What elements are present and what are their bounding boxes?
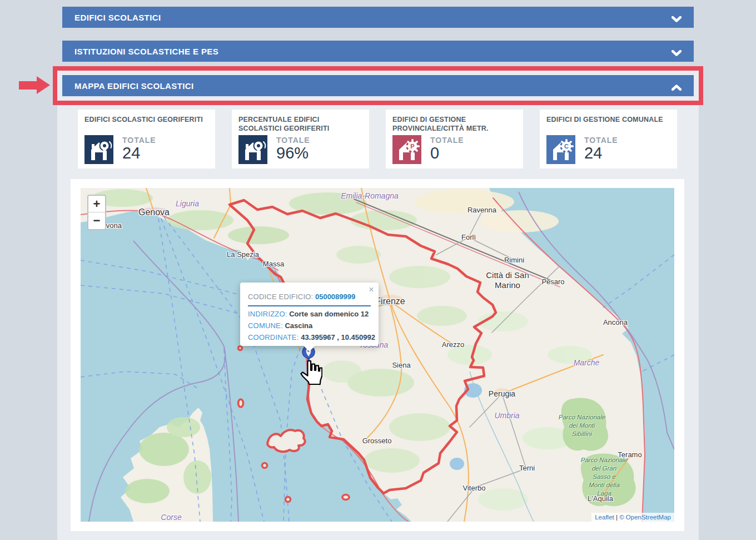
popup-coordinates-value: 43.395967 , 10.450992 <box>301 333 375 341</box>
gear-letter: C <box>564 143 569 150</box>
map-label-city: La Spezia <box>227 250 259 259</box>
map-label-region: Liguria <box>176 199 199 209</box>
popup-close-icon[interactable]: × <box>369 285 374 294</box>
map-label-region: Umbria <box>494 411 519 420</box>
zoom-in-button[interactable]: + <box>88 196 105 212</box>
total-value: 0 <box>430 145 464 161</box>
map-label-city: Siena <box>392 361 410 370</box>
popup-address-value: Corte san domenico 12 <box>289 310 369 318</box>
zoom-out-button[interactable]: − <box>88 212 105 229</box>
chevron-up-icon <box>672 83 682 93</box>
map-label-city: Massa <box>263 260 284 269</box>
total-value: 24 <box>584 145 618 161</box>
map-label-region: Corse <box>161 513 181 522</box>
map-container: GenovaSavonaLa SpeziaMassaFirenzeRavenna… <box>71 179 684 531</box>
total-label: TOTALE <box>276 136 310 145</box>
popup-coordinates-label: COORDINATE: <box>248 333 299 341</box>
map-label-city: Città di San Marino <box>477 270 538 290</box>
popup-code-label: CODICE EDIFICIO: <box>248 293 313 301</box>
map-label-city: Pesaro <box>541 278 564 286</box>
map-label-city: Forlì <box>461 233 476 242</box>
map-label-city: Viterbo <box>463 484 486 493</box>
attribution-separator: | <box>614 514 619 521</box>
stat-card-title: EDIFICI DI GESTIONE PROVINCIALE/CITTÀ ME… <box>392 115 516 134</box>
highlight-box: MAPPA EDIFICI SCOLASTICI <box>53 66 703 105</box>
school-building-geo-pin-icon <box>84 135 113 164</box>
map-section-panel: EDIFICI SCOLASTICI GEORIFERITI TOTALE 24… <box>57 105 699 540</box>
stat-card-georiferiti: EDIFICI SCOLASTICI GEORIFERITI TOTALE 24 <box>78 110 215 169</box>
map-labels-layer: GenovaSavonaLa SpeziaMassaFirenzeRavenna… <box>81 188 674 522</box>
building-gear-c-icon: C <box>546 135 575 164</box>
total-label: TOTALE <box>430 136 464 145</box>
stat-card-title: PERCENTUALE EDIFICI SCOLASTICI GEORIFERI… <box>238 115 362 134</box>
map-label-city: Terni <box>519 464 535 473</box>
stat-card-title: EDIFICI SCOLASTICI GEORIFERITI <box>84 115 208 134</box>
map-canvas[interactable]: GenovaSavonaLa SpeziaMassaFirenzeRavenna… <box>81 188 674 522</box>
accordion-title: EDIFICI SCOLASTICI <box>74 13 161 22</box>
popup-municipality-value: Cascina <box>285 321 312 330</box>
accordion-title: ISTITUZIONI SCOLASTICHE E PES <box>74 47 218 56</box>
map-attribution: Leaflet | © OpenStreetMap <box>591 513 674 522</box>
map-label-city: Teramo <box>618 450 641 459</box>
annotation-arrow-shaft <box>19 81 37 90</box>
map-zoom-control: + − <box>87 195 106 230</box>
map-popup: × CODICE EDIFICIO: 0500089999 INDIRIZZO:… <box>240 283 379 346</box>
total-value: 24 <box>122 145 156 161</box>
popup-address-label: INDIRIZZO: <box>248 310 287 318</box>
stat-card-title: EDIFICI DI GESTIONE COMUNALE <box>546 115 670 134</box>
accordion-header-edifici-scolastici[interactable]: EDIFICI SCOLASTICI <box>62 7 694 28</box>
map-label-city: Genova <box>138 207 170 217</box>
popup-divider <box>248 305 371 306</box>
total-value: 96% <box>276 145 310 161</box>
popup-code-link[interactable]: 0500089999 <box>315 293 355 301</box>
chevron-down-icon <box>672 14 682 24</box>
map-label-city: Grosseto <box>362 437 392 445</box>
map-label-city: L'Aquila <box>588 494 613 503</box>
annotation-arrow <box>19 76 50 95</box>
osm-link[interactable]: © OpenStreetMap <box>619 514 671 521</box>
stat-card-gestione-provinciale: EDIFICI DI GESTIONE PROVINCIALE/CITTÀ ME… <box>386 110 523 169</box>
map-label-city: Ravenna <box>467 206 496 215</box>
accordion-header-istituzioni-scolastiche[interactable]: ISTITUZIONI SCOLASTICHE E PES <box>62 41 694 62</box>
map-label-city: Arezzo <box>442 340 464 349</box>
accordion-title: MAPPA EDIFICI SCOLASTICI <box>74 81 194 91</box>
leaflet-link[interactable]: Leaflet <box>595 514 614 521</box>
map-label-region: Marche <box>574 358 600 368</box>
total-label: TOTALE <box>122 136 156 145</box>
popup-municipality-label: COMUNE: <box>248 321 283 330</box>
map-label-city: Rimini <box>504 256 524 265</box>
map-label-park: Parco Nazionale del Gran Sasso e Monti d… <box>581 456 628 498</box>
accordion-header-mappa-edifici[interactable]: MAPPA EDIFICI SCOLASTICI <box>62 75 694 96</box>
gear-letter: P <box>410 143 414 150</box>
stat-card-gestione-comunale: EDIFICI DI GESTIONE COMUNALE C TOTALE 24 <box>540 110 677 169</box>
school-building-geo-pin-icon <box>238 135 267 164</box>
total-label: TOTALE <box>584 136 618 145</box>
building-gear-p-icon: P <box>392 135 421 164</box>
annotation-arrow-head <box>37 76 50 94</box>
stat-card-percentuale-georiferiti: PERCENTUALE EDIFICI SCOLASTICI GEORIFERI… <box>232 110 369 169</box>
map-label-city: Perugia <box>489 389 515 399</box>
map-label-park: Parco Nazionale dei Monti Sibillini <box>559 413 605 438</box>
map-label-city: Ancona <box>603 318 628 327</box>
map-label-city: Firenze <box>375 296 405 306</box>
chevron-down-icon <box>672 48 682 58</box>
map-label-region: Emilia-Romagna <box>341 191 398 201</box>
